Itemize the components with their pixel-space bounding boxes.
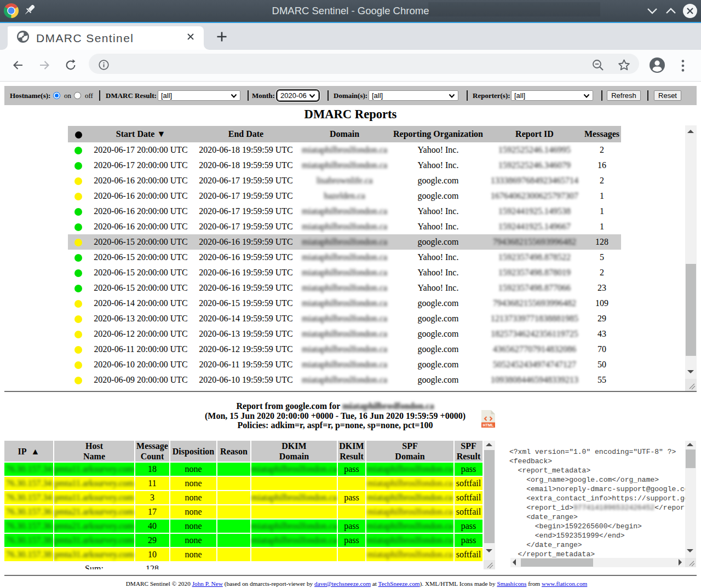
svg-text:HTML: HTML <box>483 423 495 428</box>
